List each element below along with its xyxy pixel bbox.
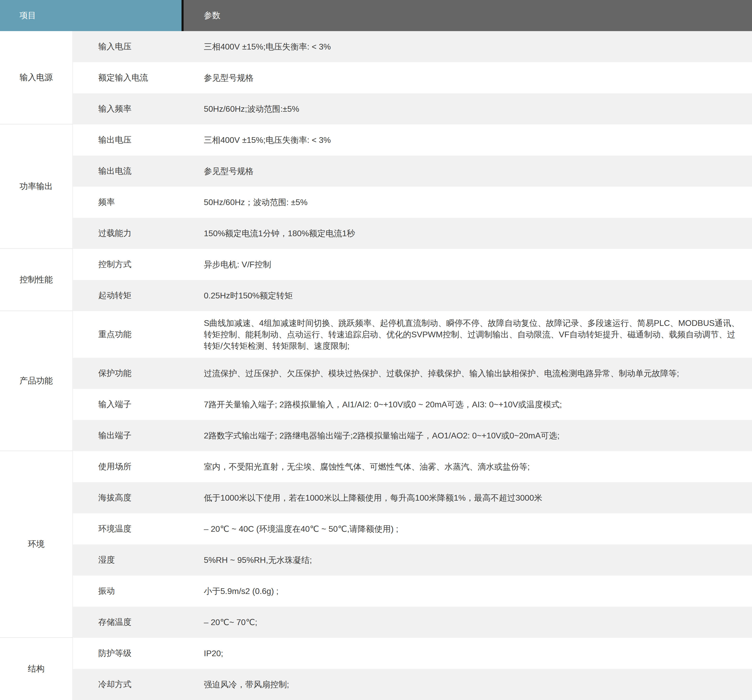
spec-table: 项目 参数 输入电源输入电压三相400V ±15%;电压失衡率: < 3%额定输… [0, 0, 752, 700]
spec-group: 功率输出输出电压三相400V ±15%;电压失衡率: < 3%输出电流参见型号规… [0, 124, 752, 249]
table-row: 过载能力150%额定电流1分钟，180%额定电流1秒 [73, 218, 752, 249]
item-cell: 频率 [73, 197, 204, 208]
table-body: 输入电源输入电压三相400V ±15%;电压失衡率: < 3%额定输入电流参见型… [0, 31, 752, 700]
item-cell: 存储温度 [73, 616, 204, 628]
value-cell: S曲线加减速、4组加减速时间切换、跳跃频率、起停机直流制动、瞬停不停、故障自动复… [204, 317, 752, 352]
value-cell: 0.25Hz时150%额定转矩 [204, 290, 752, 301]
spec-group: 环境使用场所室内，不受阳光直射，无尘埃、腐蚀性气体、可燃性气体、油雾、水蒸汽、滴… [0, 451, 752, 638]
table-row: 湿度5%RH ~ 95%RH,无水珠凝结; [73, 545, 752, 576]
table-row: 保护功能过流保护、过压保护、欠压保护、模块过热保护、过载保护、掉载保护、输入输出… [73, 358, 752, 389]
table-row: 使用场所室内，不受阳光直射，无尘埃、腐蚀性气体、可燃性气体、油雾、水蒸汽、滴水或… [73, 451, 752, 482]
item-cell: 过载能力 [73, 228, 204, 239]
item-cell: 冷却方式 [73, 679, 204, 690]
table-row: 输入端子7路开关量输入端子; 2路模拟量输入，AI1/AI2: 0~+10V或0… [73, 389, 752, 420]
value-cell: 室内，不受阳光直射，无尘埃、腐蚀性气体、可燃性气体、油雾、水蒸汽、滴水或盐份等; [204, 461, 752, 472]
value-cell: 低于1000米以下使用，若在1000米以上降额使用，每升高100米降额1%，最高… [204, 492, 752, 503]
spec-group: 输入电源输入电压三相400V ±15%;电压失衡率: < 3%额定输入电流参见型… [0, 31, 752, 124]
value-cell: 150%额定电流1分钟，180%额定电流1秒 [204, 228, 752, 239]
value-cell: 50Hz/60Hz;波动范围:±5% [204, 103, 752, 115]
category-cell: 控制性能 [0, 249, 73, 311]
spec-page: 项目 参数 输入电源输入电压三相400V ±15%;电压失衡率: < 3%额定输… [0, 0, 752, 700]
group-rows: 防护等级IP20;冷却方式强迫风冷，带风扇控制; [73, 638, 752, 700]
spec-group: 结构防护等级IP20;冷却方式强迫风冷，带风扇控制; [0, 638, 752, 700]
item-cell: 重点功能 [73, 329, 204, 340]
value-cell: 5%RH ~ 95%RH,无水珠凝结; [204, 554, 752, 566]
item-cell: 振动 [73, 585, 204, 597]
value-cell: 过流保护、过压保护、欠压保护、模块过热保护、过载保护、掉载保护、输入输出缺相保护… [204, 368, 752, 379]
table-row: 防护等级IP20; [73, 638, 752, 669]
item-cell: 输出端子 [73, 430, 204, 441]
value-cell: 50Hz/60Hz；波动范围: ±5% [204, 197, 752, 208]
value-cell: 小于5.9m/s2 (0.6g) ; [204, 585, 752, 597]
table-row: 环境温度– 20℃ ~ 40C (环境温度在40℃ ~ 50℃,请降额使用) ; [73, 513, 752, 545]
table-row: 额定输入电流参见型号规格 [73, 62, 752, 93]
item-cell: 湿度 [73, 554, 204, 566]
table-header-row: 项目 参数 [0, 0, 752, 31]
table-row: 输入电压三相400V ±15%;电压失衡率: < 3% [73, 31, 752, 62]
header-divider [182, 0, 183, 31]
item-cell: 使用场所 [73, 461, 204, 472]
table-row: 输出电流参见型号规格 [73, 155, 752, 187]
header-cell-param: 参数 [183, 0, 752, 31]
category-cell: 功率输出 [0, 124, 73, 249]
value-cell: 三相400V ±15%;电压失衡率: < 3% [204, 41, 752, 52]
table-row: 输出端子2路数字式输出端子; 2路继电器输出端子;2路模拟量输出端子，AO1/A… [73, 420, 752, 451]
item-cell: 输出电压 [73, 134, 204, 146]
table-row: 频率50Hz/60Hz；波动范围: ±5% [73, 187, 752, 218]
table-row: 存储温度– 20℃~ 70℃; [73, 607, 752, 638]
value-cell: 参见型号规格 [204, 165, 752, 177]
group-rows: 输出电压三相400V ±15%;电压失衡率: < 3%输出电流参见型号规格频率5… [73, 124, 752, 249]
value-cell: 异步电机: V/F控制 [204, 259, 752, 270]
item-cell: 控制方式 [73, 259, 204, 270]
spec-group: 控制性能控制方式异步电机: V/F控制起动转矩0.25Hz时150%额定转矩 [0, 249, 752, 311]
table-row: 海拔高度低于1000米以下使用，若在1000米以上降额使用，每升高100米降额1… [73, 482, 752, 513]
header-item-label: 项目 [19, 10, 36, 21]
value-cell: – 20℃~ 70℃; [204, 616, 752, 628]
value-cell: 参见型号规格 [204, 72, 752, 84]
item-cell: 额定输入电流 [73, 72, 204, 84]
item-cell: 输出电流 [73, 165, 204, 177]
table-row: 起动转矩0.25Hz时150%额定转矩 [73, 280, 752, 311]
table-row: 输出电压三相400V ±15%;电压失衡率: < 3% [73, 124, 752, 155]
item-cell: 海拔高度 [73, 492, 204, 503]
category-cell: 结构 [0, 638, 73, 700]
value-cell: 三相400V ±15%;电压失衡率: < 3% [204, 134, 752, 146]
group-rows: 使用场所室内，不受阳光直射，无尘埃、腐蚀性气体、可燃性气体、油雾、水蒸汽、滴水或… [73, 451, 752, 638]
table-row: 输入频率50Hz/60Hz;波动范围:±5% [73, 93, 752, 124]
item-cell: 输入频率 [73, 103, 204, 115]
value-cell: – 20℃ ~ 40C (环境温度在40℃ ~ 50℃,请降额使用) ; [204, 523, 752, 535]
item-cell: 输入端子 [73, 399, 204, 410]
group-rows: 重点功能S曲线加减速、4组加减速时间切换、跳跃频率、起停机直流制动、瞬停不停、故… [73, 311, 752, 451]
spec-group: 产品功能重点功能S曲线加减速、4组加减速时间切换、跳跃频率、起停机直流制动、瞬停… [0, 311, 752, 451]
table-row: 冷却方式强迫风冷，带风扇控制; [73, 669, 752, 700]
table-row: 重点功能S曲线加减速、4组加减速时间切换、跳跃频率、起停机直流制动、瞬停不停、故… [73, 311, 752, 358]
table-row: 振动小于5.9m/s2 (0.6g) ; [73, 576, 752, 607]
item-cell: 起动转矩 [73, 290, 204, 301]
group-rows: 输入电压三相400V ±15%;电压失衡率: < 3%额定输入电流参见型号规格输… [73, 31, 752, 124]
item-cell: 保护功能 [73, 368, 204, 379]
item-cell: 环境温度 [73, 523, 204, 535]
table-row: 控制方式异步电机: V/F控制 [73, 249, 752, 280]
header-param-label: 参数 [204, 10, 221, 21]
value-cell: 强迫风冷，带风扇控制; [204, 679, 752, 690]
value-cell: IP20; [204, 648, 752, 659]
category-cell: 产品功能 [0, 311, 73, 451]
item-cell: 输入电压 [73, 41, 204, 52]
value-cell: 2路数字式输出端子; 2路继电器输出端子;2路模拟量输出端子，AO1/AO2: … [204, 430, 752, 441]
item-cell: 防护等级 [73, 648, 204, 659]
category-cell: 环境 [0, 451, 73, 638]
value-cell: 7路开关量输入端子; 2路模拟量输入，AI1/AI2: 0~+10V或0 ~ 2… [204, 399, 752, 410]
category-cell: 输入电源 [0, 31, 73, 124]
header-cell-item: 项目 [0, 0, 182, 31]
group-rows: 控制方式异步电机: V/F控制起动转矩0.25Hz时150%额定转矩 [73, 249, 752, 311]
